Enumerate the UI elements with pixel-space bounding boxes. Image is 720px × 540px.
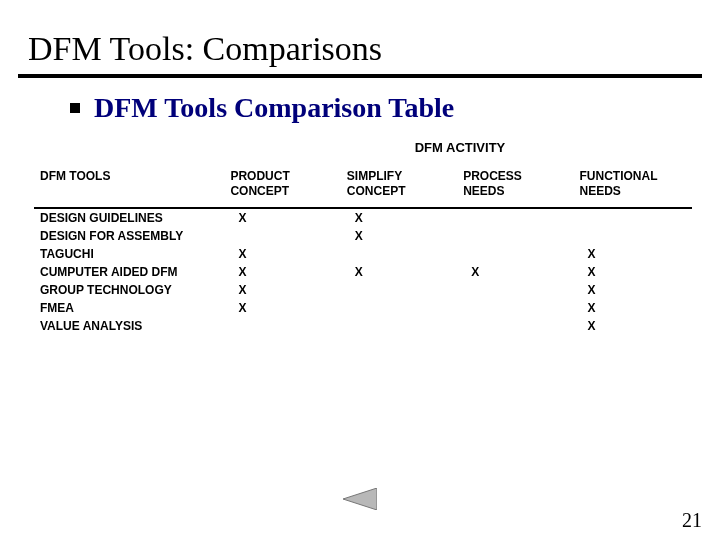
cell-functional: X xyxy=(574,281,693,299)
table-row: VALUE ANALYSIS X xyxy=(34,317,692,335)
col-header-product: PRODUCTCONCEPT xyxy=(224,165,340,205)
cell-tool: CUMPUTER AIDED DFM xyxy=(34,263,224,281)
table-row: DESIGN GUIDELINES X X xyxy=(34,208,692,227)
cell-functional: X xyxy=(574,263,693,281)
cell-functional: X xyxy=(574,317,693,335)
cell-process xyxy=(457,208,573,227)
cell-functional xyxy=(574,208,693,227)
table-row: GROUP TECHNOLOGY X X xyxy=(34,281,692,299)
cell-process: X xyxy=(457,263,573,281)
table-row: CUMPUTER AIDED DFM X X X X xyxy=(34,263,692,281)
page-title: DFM Tools: Comparisons xyxy=(0,0,720,74)
triangle-left-icon xyxy=(343,488,377,510)
cell-tool: GROUP TECHNOLOGY xyxy=(34,281,224,299)
cell-product xyxy=(224,227,340,245)
cell-process xyxy=(457,281,573,299)
cell-tool: DESIGN FOR ASSEMBLY xyxy=(34,227,224,245)
cell-simplify xyxy=(341,281,457,299)
table-row: DESIGN FOR ASSEMBLY X xyxy=(34,227,692,245)
cell-tool: VALUE ANALYSIS xyxy=(34,317,224,335)
col-header-process: PROCESSNEEDS xyxy=(457,165,573,205)
comparison-table-wrap: DFM TOOLS PRODUCTCONCEPT SIMPLIFYCONCEPT… xyxy=(0,165,720,335)
cell-tool: DESIGN GUIDELINES xyxy=(34,208,224,227)
cell-process xyxy=(457,245,573,263)
cell-tool: FMEA xyxy=(34,299,224,317)
cell-product: X xyxy=(224,263,340,281)
cell-process xyxy=(457,299,573,317)
cell-simplify: X xyxy=(341,263,457,281)
cell-functional: X xyxy=(574,299,693,317)
cell-simplify xyxy=(341,299,457,317)
prev-slide-button[interactable] xyxy=(343,488,377,514)
slide: DFM Tools: Comparisons DFM Tools Compari… xyxy=(0,0,720,540)
cell-functional xyxy=(574,227,693,245)
cell-tool: TAGUCHI xyxy=(34,245,224,263)
subtitle: DFM Tools Comparison Table xyxy=(94,92,454,124)
svg-marker-0 xyxy=(343,488,377,510)
cell-product xyxy=(224,317,340,335)
subtitle-row: DFM Tools Comparison Table xyxy=(0,78,720,140)
cell-product: X xyxy=(224,299,340,317)
cell-process xyxy=(457,317,573,335)
col-header-functional: FUNCTIONALNEEDS xyxy=(574,165,693,205)
cell-product: X xyxy=(224,245,340,263)
cell-product: X xyxy=(224,281,340,299)
cell-simplify: X xyxy=(341,227,457,245)
cell-simplify: X xyxy=(341,208,457,227)
page-number: 21 xyxy=(682,509,702,532)
table-row: FMEA X X xyxy=(34,299,692,317)
cell-functional: X xyxy=(574,245,693,263)
comparison-table: DFM TOOLS PRODUCTCONCEPT SIMPLIFYCONCEPT… xyxy=(34,165,692,335)
col-header-simplify: SIMPLIFYCONCEPT xyxy=(341,165,457,205)
bullet-icon xyxy=(70,103,80,113)
cell-simplify xyxy=(341,317,457,335)
cell-product: X xyxy=(224,208,340,227)
table-row: TAGUCHI X X xyxy=(34,245,692,263)
cell-process xyxy=(457,227,573,245)
activity-header: DFM ACTIVITY xyxy=(0,140,720,155)
cell-simplify xyxy=(341,245,457,263)
col-header-tools: DFM TOOLS xyxy=(34,165,224,205)
